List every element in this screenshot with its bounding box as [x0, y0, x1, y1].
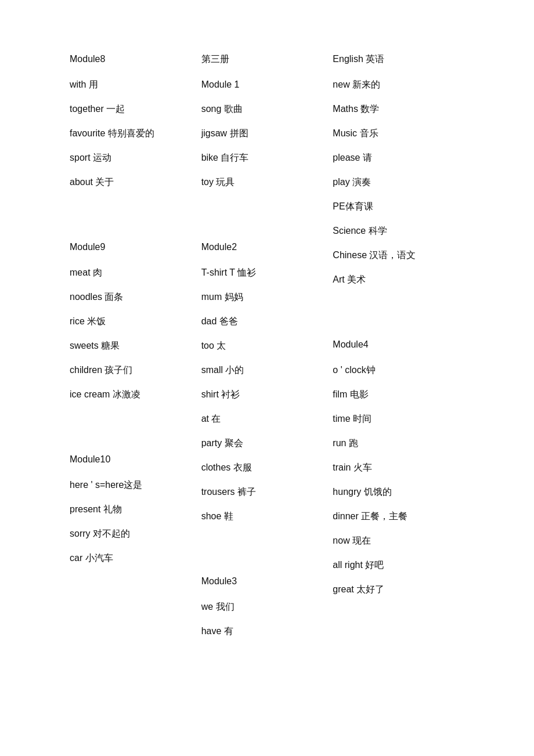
entry-1-0: 第三册 [201, 52, 333, 66]
entry-2-4: please 请 [333, 151, 464, 165]
entry-1-7: Module2 [201, 240, 333, 254]
entry-1-4: bike 自行车 [201, 151, 333, 165]
entry-0-12: children 孩子们 [70, 363, 201, 377]
entry-1-11: too 太 [201, 339, 333, 353]
entry-1-18: shoe 鞋 [201, 509, 333, 523]
entry-1-2: song 歌曲 [201, 102, 333, 116]
entry-1-13: shirt 衬衫 [201, 388, 333, 401]
entry-1-21: we 我们 [201, 600, 333, 614]
entry-1-12: small 小的 [201, 363, 333, 377]
entry-2-3: Music 音乐 [333, 126, 464, 140]
column-2: 第三册Module 1song 歌曲jigsaw 拼图bike 自行车toy 玩… [201, 46, 333, 649]
entry-0-10: rice 米饭 [70, 314, 201, 328]
entry-0-19: car 小汽车 [70, 551, 201, 565]
entry-0-2: together 一起 [70, 102, 201, 116]
entry-2-2: Maths 数学 [333, 102, 464, 116]
entry-0-5: about 关于 [70, 175, 201, 189]
entry-0-8: meat 肉 [70, 266, 201, 280]
entry-2-12: o ' clock钟 [333, 363, 464, 377]
entry-1-5: toy 玩具 [201, 175, 333, 189]
entry-0-11: sweets 糖果 [70, 339, 201, 353]
column-3: English 英语new 新来的Maths 数学Music 音乐please … [333, 46, 464, 649]
entry-2-9: Art 美术 [333, 273, 464, 287]
entry-1-10: dad 爸爸 [201, 314, 333, 328]
entry-2-15: run 跑 [333, 436, 464, 450]
entry-1-3: jigsaw 拼图 [201, 126, 333, 140]
vocabulary-grid: Module8with 用together 一起favourite 特别喜爱的s… [70, 46, 464, 649]
entry-0-4: sport 运动 [70, 151, 201, 165]
entry-0-9: noodles 面条 [70, 290, 201, 304]
entry-0-15: Module10 [70, 453, 201, 466]
entry-1-16: clothes 衣服 [201, 461, 333, 475]
entry-2-8: Chinese 汉语，语文 [333, 248, 464, 262]
entry-1-9: mum 妈妈 [201, 290, 333, 304]
entry-2-7: Science 科学 [333, 224, 464, 238]
entry-2-18: dinner 正餐，主餐 [333, 509, 464, 523]
entry-1-17: trousers 裤子 [201, 485, 333, 499]
entry-2-5: play 演奏 [333, 175, 464, 189]
entry-2-19: now 现在 [333, 534, 464, 548]
entry-0-17: present 礼物 [70, 502, 201, 516]
entry-0-6 [70, 200, 201, 214]
entry-0-16: here ' s=here这是 [70, 478, 201, 492]
entry-1-6 [201, 200, 333, 214]
entry-2-14: time 时间 [333, 412, 464, 426]
entry-2-11: Module4 [333, 338, 464, 352]
entry-2-10 [333, 297, 464, 311]
entry-1-1: Module 1 [201, 78, 333, 92]
entry-0-18: sorry 对不起的 [70, 527, 201, 541]
entry-2-0: English 英语 [333, 52, 464, 66]
entry-0-7: Module9 [70, 240, 201, 254]
entry-2-20: all right 好吧 [333, 558, 464, 572]
entry-1-8: T-shirt T 恤衫 [201, 266, 333, 280]
entry-0-14 [70, 412, 201, 426]
entry-0-13: ice cream 冰激凌 [70, 388, 201, 401]
entry-2-13: film 电影 [333, 388, 464, 401]
entry-2-17: hungry 饥饿的 [333, 485, 464, 499]
entry-2-16: train 火车 [333, 461, 464, 475]
entry-1-14: at 在 [201, 412, 333, 426]
entry-0-0: Module8 [70, 52, 201, 66]
entry-0-1: with 用 [70, 78, 201, 92]
entry-1-19 [201, 534, 333, 548]
column-1: Module8with 用together 一起favourite 特别喜爱的s… [70, 46, 201, 649]
entry-2-6: PE体育课 [333, 200, 464, 214]
entry-2-21: great 太好了 [333, 583, 464, 596]
entry-0-3: favourite 特别喜爱的 [70, 126, 201, 140]
entry-2-1: new 新来的 [333, 78, 464, 92]
entry-1-15: party 聚会 [201, 436, 333, 450]
entry-1-20: Module3 [201, 574, 333, 588]
entry-1-22: have 有 [201, 624, 333, 638]
